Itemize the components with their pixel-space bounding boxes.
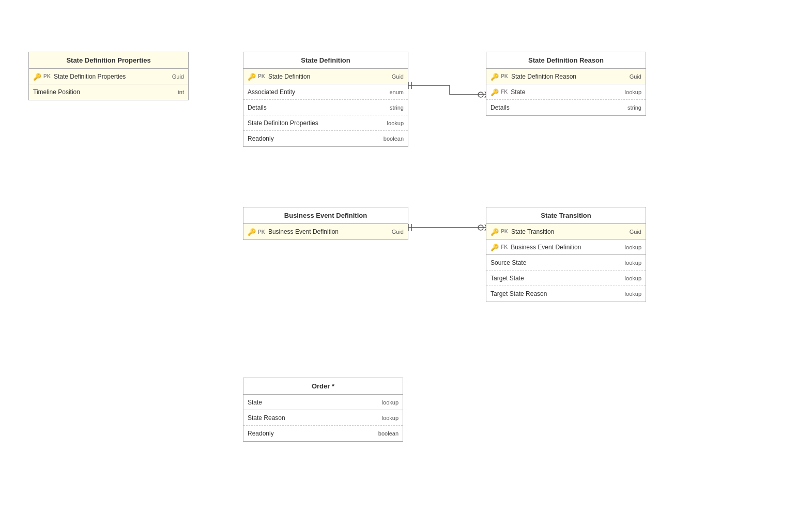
table-row: State lookup bbox=[243, 395, 403, 410]
table-row: Target State Reason lookup bbox=[486, 286, 646, 302]
pk-icon: 🔑 bbox=[491, 73, 498, 80]
table-header-state-transition: State Transition bbox=[486, 207, 646, 224]
table-row: Target State lookup bbox=[486, 271, 646, 286]
table-header-order: Order * bbox=[243, 378, 403, 395]
table-row: Details string bbox=[243, 100, 408, 115]
diagram-canvas: State Definition Properties 🔑 PK State D… bbox=[0, 0, 812, 525]
table-state-def-props: State Definition Properties 🔑 PK State D… bbox=[28, 52, 189, 100]
svg-point-5 bbox=[478, 92, 483, 97]
table-row: 🔑 PK State Transition Guid bbox=[486, 224, 646, 239]
table-header-state-def: State Definition bbox=[243, 52, 408, 69]
pk-icon: 🔑 bbox=[248, 73, 255, 80]
table-row: Source State lookup bbox=[486, 255, 646, 271]
pk-icon: 🔑 bbox=[33, 73, 40, 80]
table-row: 🔑 FK Business Event Definition lookup bbox=[486, 239, 646, 255]
table-state-def: State Definition 🔑 PK State Definition G… bbox=[243, 52, 408, 147]
table-row: Timeline Position int bbox=[29, 84, 188, 100]
table-row: Associated Entity enum bbox=[243, 84, 408, 100]
table-state-def-reason: State Definition Reason 🔑 PK State Defin… bbox=[486, 52, 646, 116]
table-row: 🔑 FK State lookup bbox=[486, 84, 646, 100]
table-business-event-def: Business Event Definition 🔑 PK Business … bbox=[243, 207, 408, 240]
pk-icon: 🔑 bbox=[491, 228, 498, 235]
table-row: 🔑 PK State Definition Reason Guid bbox=[486, 69, 646, 84]
table-state-transition: State Transition 🔑 PK State Transition G… bbox=[486, 207, 646, 302]
table-header-state-def-reason: State Definition Reason bbox=[486, 52, 646, 69]
table-row: 🔑 PK State Definition Properties Guid bbox=[29, 69, 188, 84]
table-row: Readonly boolean bbox=[243, 426, 403, 441]
table-row: 🔑 PK Business Event Definition Guid bbox=[243, 224, 408, 239]
table-header-state-def-props: State Definition Properties bbox=[29, 52, 188, 69]
table-header-business-event-def: Business Event Definition bbox=[243, 207, 408, 224]
table-row: State Reason lookup bbox=[243, 410, 403, 426]
fk-icon: 🔑 bbox=[491, 88, 498, 96]
fk-icon: 🔑 bbox=[491, 244, 498, 251]
pk-icon: 🔑 bbox=[248, 228, 255, 235]
table-order: Order * State lookup State Reason lookup… bbox=[243, 378, 403, 442]
table-row: Details string bbox=[486, 100, 646, 115]
table-row: Readonly boolean bbox=[243, 131, 408, 146]
table-row: 🔑 PK State Definition Guid bbox=[243, 69, 408, 84]
table-row: State Definiton Properties lookup bbox=[243, 115, 408, 131]
svg-point-11 bbox=[478, 225, 483, 230]
